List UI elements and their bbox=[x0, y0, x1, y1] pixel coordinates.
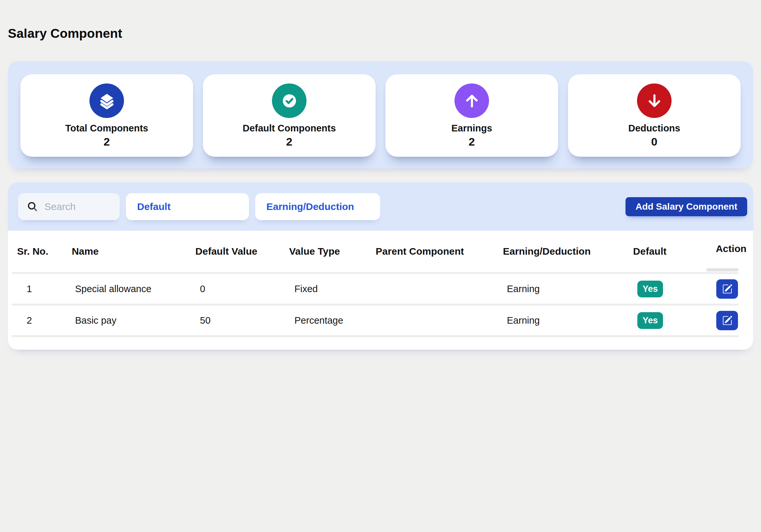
cell-default-value: 0 bbox=[188, 284, 281, 294]
search-box bbox=[18, 193, 120, 220]
column-header-sr-no: Sr. No. bbox=[12, 246, 64, 257]
horizontal-scrollbar-thumb[interactable] bbox=[706, 268, 739, 271]
stat-label: Default Components bbox=[203, 123, 376, 134]
layers-icon bbox=[89, 83, 124, 118]
default-filter-select[interactable]: Default bbox=[126, 193, 249, 220]
earning-deduction-filter-select[interactable]: Earning/Deduction bbox=[255, 193, 380, 220]
table-row: 1 Special allowance 0 Fixed Earning Yes bbox=[12, 274, 739, 304]
cell-default-value: 50 bbox=[188, 315, 281, 326]
salary-component-page: Salary Component Total Components 2 Def bbox=[0, 26, 761, 349]
column-header-parent-component: Parent Component bbox=[368, 246, 495, 257]
row-divider bbox=[12, 335, 739, 337]
table-row: 2 Basic pay 50 Percentage Earning Yes bbox=[12, 306, 739, 335]
add-salary-component-button[interactable]: Add Salary Component bbox=[625, 197, 747, 216]
table-header-row: Sr. No. Name Default Value Value Type Pa… bbox=[12, 231, 739, 272]
cell-value-type: Percentage bbox=[281, 315, 368, 326]
search-input[interactable] bbox=[44, 201, 113, 212]
column-header-default: Default bbox=[625, 246, 706, 257]
stats-panel: Total Components 2 Default Components 2 … bbox=[8, 61, 753, 169]
stat-label: Deductions bbox=[568, 123, 740, 134]
stat-card-deductions: Deductions 0 bbox=[568, 74, 740, 157]
stat-value: 2 bbox=[385, 135, 558, 148]
stat-value: 2 bbox=[203, 135, 376, 148]
column-header-name: Name bbox=[64, 246, 188, 257]
stat-label: Total Components bbox=[21, 123, 193, 134]
stat-value: 2 bbox=[21, 135, 193, 148]
salary-components-table: Sr. No. Name Default Value Value Type Pa… bbox=[8, 231, 753, 349]
stat-card-total-components: Total Components 2 bbox=[21, 74, 193, 157]
column-header-value-type: Value Type bbox=[281, 246, 368, 257]
page-title: Salary Component bbox=[8, 26, 753, 41]
cell-value-type: Fixed bbox=[281, 284, 368, 294]
content-panel: Default Earning/Deduction Add Salary Com… bbox=[8, 183, 753, 349]
cell-sr-no: 1 bbox=[12, 284, 64, 294]
pencil-square-icon bbox=[722, 315, 732, 326]
cell-name: Basic pay bbox=[64, 315, 188, 326]
stat-card-default-components: Default Components 2 bbox=[203, 74, 376, 157]
cell-earning-deduction: Earning bbox=[495, 284, 625, 294]
arrow-up-icon bbox=[454, 83, 489, 118]
check-circle-icon bbox=[272, 83, 307, 118]
stat-card-earnings: Earnings 2 bbox=[385, 74, 558, 157]
filter-bar: Default Earning/Deduction Add Salary Com… bbox=[8, 183, 753, 231]
stat-label: Earnings bbox=[385, 123, 558, 134]
earning-deduction-filter-label: Earning/Deduction bbox=[266, 201, 354, 212]
cell-name: Special allowance bbox=[64, 284, 188, 294]
pencil-square-icon bbox=[722, 284, 732, 294]
column-header-action: Action bbox=[706, 243, 739, 254]
default-yes-badge[interactable]: Yes bbox=[637, 281, 663, 297]
stat-value: 0 bbox=[568, 135, 740, 148]
arrow-down-icon bbox=[637, 83, 672, 118]
search-icon bbox=[27, 201, 38, 213]
edit-button[interactable] bbox=[716, 311, 738, 330]
column-header-default-value: Default Value bbox=[188, 246, 281, 257]
cell-earning-deduction: Earning bbox=[495, 315, 625, 326]
edit-button[interactable] bbox=[716, 279, 738, 299]
cell-sr-no: 2 bbox=[12, 315, 64, 326]
column-header-earning-deduction: Earning/Deduction bbox=[495, 246, 625, 257]
default-filter-label: Default bbox=[137, 201, 171, 212]
default-yes-badge[interactable]: Yes bbox=[637, 312, 663, 329]
